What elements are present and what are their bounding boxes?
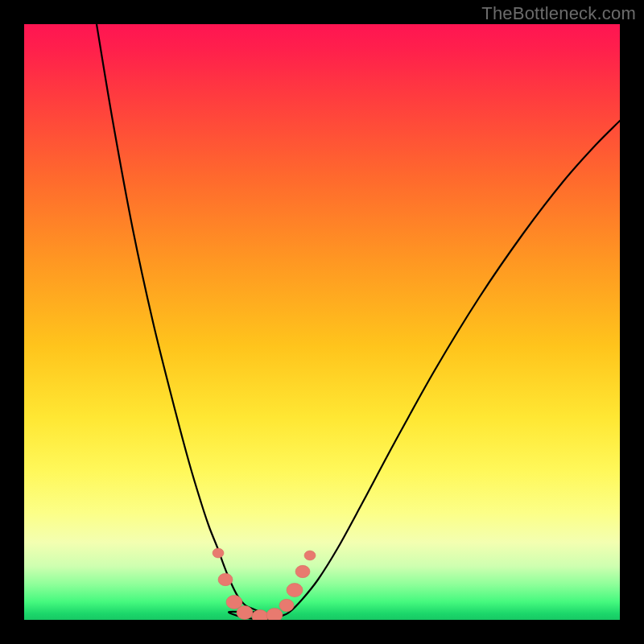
- chart-frame: TheBottleneck.com: [0, 0, 644, 644]
- bottleneck-curve-path: [97, 24, 620, 619]
- valley-marker: [213, 548, 224, 558]
- curve-svg: [24, 24, 620, 620]
- valley-marker: [279, 599, 294, 611]
- valley-marker: [266, 609, 283, 621]
- plot-area: [24, 24, 620, 620]
- valley-markers-group: [213, 548, 316, 620]
- valley-marker: [295, 565, 310, 577]
- valley-marker: [304, 551, 316, 560]
- valley-marker: [218, 573, 233, 585]
- curve-group: [97, 24, 620, 619]
- valley-marker: [287, 584, 303, 597]
- valley-marker: [237, 606, 253, 620]
- watermark-text: TheBottleneck.com: [481, 3, 636, 24]
